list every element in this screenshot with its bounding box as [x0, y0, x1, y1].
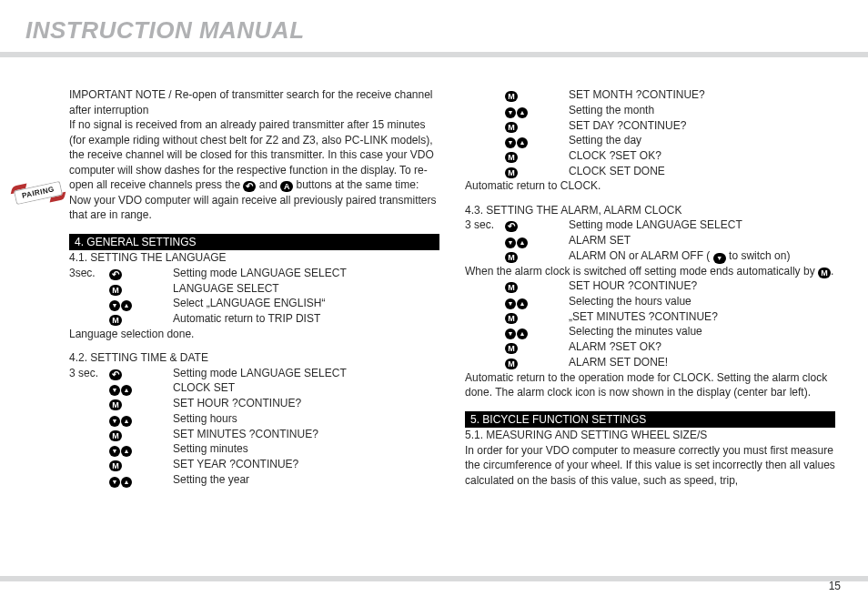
table-row: 3 sec.Setting mode LANGUAGE SELECT	[465, 217, 835, 233]
step-duration	[465, 355, 505, 370]
step-icon-cell: M	[109, 427, 173, 442]
step-duration	[69, 472, 109, 488]
s43-switched-off-note: When the alarm clock is switched off set…	[465, 264, 835, 279]
step-icon-cell: M	[505, 164, 569, 179]
step-duration	[69, 396, 109, 411]
step-text: „SET MINUTES ?CONTINUE?	[569, 309, 835, 325]
m-button-icon: M	[505, 152, 518, 163]
table-row: MCLOCK ?SET OK?	[465, 148, 835, 164]
step-icon-cell: M	[505, 355, 569, 370]
subsection-41-title: 4.1. SETTING THE LANGUAGE	[69, 250, 439, 266]
m-button-icon: M	[505, 282, 518, 293]
m-button-icon: M	[109, 430, 122, 441]
intro-heading: IMPORTANT NOTE / Re-open of transmitter …	[69, 87, 439, 117]
page-title: INSTRUCTION MANUAL	[25, 16, 868, 45]
back-icon	[109, 369, 122, 380]
steps-43a: 3 sec.Setting mode LANGUAGE SELECTALARM …	[465, 217, 835, 248]
step-icon-cell	[109, 380, 173, 396]
step-text: CLOCK ?SET OK?	[569, 148, 835, 164]
steps-41: 3sec.Setting mode LANGUAGE SELECTMLANGUA…	[69, 266, 439, 327]
step-duration	[465, 324, 505, 339]
step-text: LANGUAGE SELECT	[173, 281, 439, 297]
step-text: SET YEAR ?CONTINUE?	[173, 457, 439, 472]
step-text: ALARM ?SET OK?	[569, 339, 835, 355]
m-button-icon: M	[505, 313, 518, 324]
step-icon-cell: M	[505, 118, 569, 134]
step-duration	[465, 278, 505, 294]
step-icon-cell	[109, 441, 173, 457]
step-text: SET HOUR ?CONTINUE?	[569, 278, 835, 294]
step-text: Setting hours	[173, 411, 439, 427]
down-up-icon	[109, 446, 132, 457]
step-duration: 3 sec.	[465, 217, 505, 233]
table-row: CLOCK SET	[69, 380, 439, 396]
table-row: MAutomatic return to TRIP DIST	[69, 311, 439, 327]
intro-body: If no signal is received from an already…	[69, 117, 439, 223]
step-icon-cell: M	[109, 311, 173, 327]
step-text: Select „LANGUAGE ENGLISH“	[173, 296, 439, 311]
back-icon	[109, 269, 122, 280]
step-duration	[69, 380, 109, 396]
step-icon-cell	[109, 472, 173, 488]
m-button-icon: M	[505, 343, 518, 354]
table-row: MSET MINUTES ?CONTINUE?	[69, 427, 439, 442]
table-row: M„SET MINUTES ?CONTINUE?	[465, 309, 835, 325]
down-up-icon	[109, 300, 132, 311]
step-icon-cell	[505, 133, 569, 148]
step-duration	[465, 339, 505, 355]
table-row: Setting the year	[69, 472, 439, 488]
column-left: IMPORTANT NOTE / Re-open of transmitter …	[69, 87, 439, 572]
step-duration	[69, 311, 109, 327]
page-header: INSTRUCTION MANUAL	[0, 0, 868, 57]
back-icon	[243, 181, 256, 192]
m-button-icon: M	[109, 315, 122, 326]
m-button-icon: M	[818, 268, 831, 278]
step-icon-cell	[505, 233, 569, 248]
step-icon-cell	[505, 217, 569, 233]
steps-43b: MSET HOUR ?CONTINUE?Selecting the hours …	[465, 278, 835, 369]
table-row: Setting the day	[465, 133, 835, 148]
table-row: M ALARM ON or ALARM OFF ( to switch on)	[465, 248, 835, 264]
step-duration: 3sec.	[69, 266, 109, 281]
step-duration	[465, 164, 505, 179]
page-content: IMPORTANT NOTE / Re-open of transmitter …	[0, 87, 868, 572]
subsection-51-title: 5.1. MEASURING AND SETTING WHEEL SIZE/S	[465, 428, 835, 443]
m-button-icon: M	[505, 359, 518, 369]
section-5-bar: 5. BICYCLE FUNCTION SETTINGS	[465, 411, 835, 429]
subsection-43-title: 4.3. SETTING THE ALARM, ALARM CLOCK	[465, 203, 835, 218]
step-icon-cell	[505, 294, 569, 309]
table-row: MSET HOUR ?CONTINUE?	[69, 396, 439, 411]
step-text: Selecting the minutes value	[569, 324, 835, 339]
table-row: Selecting the hours value	[465, 294, 835, 309]
step-duration	[465, 133, 505, 148]
down-up-icon	[505, 298, 528, 309]
step-duration	[69, 411, 109, 427]
step-text: SET MONTH ?CONTINUE?	[569, 87, 835, 103]
table-row: MCLOCK SET DONE	[465, 164, 835, 179]
step-text: Setting minutes	[173, 441, 439, 457]
step-icon-cell	[109, 296, 173, 311]
s41-done: Language selection done.	[69, 327, 439, 342]
step-text: Setting mode LANGUAGE SELECT	[173, 266, 439, 281]
down-up-icon	[505, 137, 528, 148]
down-up-icon	[505, 107, 528, 118]
step-icon-cell: M	[505, 148, 569, 164]
step-text: Setting the year	[173, 472, 439, 488]
auto-return-clock: Automatic return to CLOCK.	[465, 178, 835, 194]
step-text: SET DAY ?CONTINUE?	[569, 118, 835, 134]
table-row: MSET HOUR ?CONTINUE?	[465, 278, 835, 294]
step-duration	[69, 457, 109, 472]
table-row: 3sec.Setting mode LANGUAGE SELECT	[69, 266, 439, 281]
table-row: Setting the month	[465, 103, 835, 118]
down-up-icon	[505, 237, 528, 248]
column-right: MSET MONTH ?CONTINUE?Setting the monthMS…	[465, 87, 835, 572]
step-text: ALARM SET DONE!	[569, 355, 835, 370]
step-icon-cell: M	[109, 281, 173, 297]
step-icon-cell: M	[505, 309, 569, 325]
step-icon-cell: M	[505, 278, 569, 294]
page-footer: 15	[0, 576, 868, 596]
step-duration	[465, 309, 505, 325]
page-number: 15	[829, 580, 841, 592]
section-4-bar: 4. GENERAL SETTINGS	[69, 234, 439, 251]
down-up-icon	[505, 328, 528, 339]
